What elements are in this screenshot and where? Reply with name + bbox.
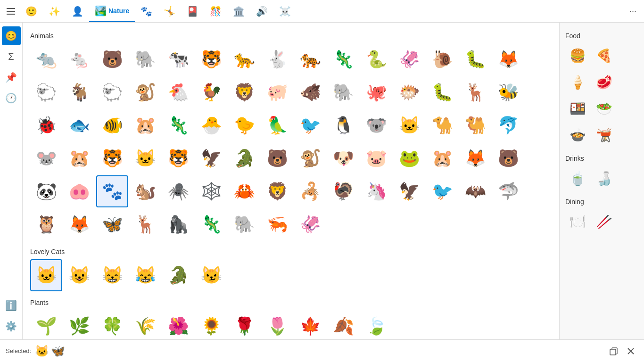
emoji-cell-animal-6[interactable]: 🐆 xyxy=(228,43,260,75)
emoji-cell-animal-36[interactable]: 🐤 xyxy=(228,109,260,141)
emoji-cell-animal-78[interactable]: 🦌 xyxy=(129,208,161,240)
emoji-cell-animal-77[interactable]: 🦋 xyxy=(96,208,128,240)
emoji-cell-plant-7[interactable]: 🌷 xyxy=(261,310,293,339)
emoji-cell-animal-1[interactable]: 🐁 xyxy=(63,43,95,75)
emoji-cell-animal-32[interactable]: 🐠 xyxy=(96,109,128,141)
emoji-cell-animal-63[interactable]: 🐿️ xyxy=(129,175,161,207)
right-emoji-cell-drinks-1[interactable]: 🍶 xyxy=(592,166,616,190)
emoji-cell-animal-50[interactable]: 🦅 xyxy=(195,142,227,174)
right-emoji-cell-food-6[interactable]: 🍲 xyxy=(565,123,590,147)
emoji-cell-animal-22[interactable]: 🐖 xyxy=(261,76,293,108)
tab-magic[interactable]: ✨ xyxy=(43,0,66,22)
emoji-cell-animal-18[interactable]: 🐒 xyxy=(129,76,161,108)
emoji-cell-animal-13[interactable]: 🐛 xyxy=(459,43,491,75)
emoji-cell-animal-11[interactable]: 🦑 xyxy=(393,43,425,75)
emoji-cell-plant-2[interactable]: 🍀 xyxy=(96,310,128,339)
emoji-cell-animal-9[interactable]: 🦎 xyxy=(327,43,359,75)
emoji-cell-plant-8[interactable]: 🍁 xyxy=(294,310,326,339)
emoji-cell-animal-0[interactable]: 🐀 xyxy=(30,43,62,75)
tab-objects[interactable]: 🎴 xyxy=(181,0,204,22)
emoji-cell-cat-4[interactable]: 🐊 xyxy=(162,259,194,291)
emoji-cell-animal-82[interactable]: 🦐 xyxy=(261,208,293,240)
emoji-cell-animal-3[interactable]: 🐘 xyxy=(129,43,161,75)
emoji-cell-plant-6[interactable]: 🌹 xyxy=(228,310,260,339)
emoji-cell-animal-43[interactable]: 🐫 xyxy=(459,109,491,141)
emoji-cell-animal-28[interactable]: 🦌 xyxy=(459,76,491,108)
emoji-cell-animal-71[interactable]: 🦅 xyxy=(393,175,425,207)
emoji-cell-animal-38[interactable]: 🐦 xyxy=(294,109,326,141)
emoji-cell-cat-2[interactable]: 😸 xyxy=(96,259,128,291)
emoji-cell-animal-79[interactable]: 🦍 xyxy=(162,208,194,240)
emoji-cell-plant-4[interactable]: 🌺 xyxy=(162,310,194,339)
tab-paw[interactable]: 🐾 xyxy=(135,0,158,22)
more-button[interactable]: ··· xyxy=(626,6,640,16)
emoji-cell-animal-29[interactable]: 🐝 xyxy=(492,76,524,108)
close-button[interactable] xyxy=(623,344,638,359)
emoji-cell-animal-42[interactable]: 🐪 xyxy=(426,109,458,141)
right-emoji-cell-food-0[interactable]: 🍔 xyxy=(565,43,590,68)
right-emoji-cell-food-5[interactable]: 🥗 xyxy=(592,96,616,121)
emoji-cell-animal-4[interactable]: 🐄 xyxy=(162,43,194,75)
right-emoji-cell-food-3[interactable]: 🥩 xyxy=(592,70,616,94)
emoji-cell-animal-58[interactable]: 🦊 xyxy=(459,142,491,174)
emoji-cell-animal-44[interactable]: 🐬 xyxy=(492,109,524,141)
emoji-cell-plant-1[interactable]: 🌿 xyxy=(63,310,95,339)
tab-smileys[interactable]: 🙂 xyxy=(20,0,43,22)
emoji-cell-animal-17[interactable]: 🐑 xyxy=(96,76,128,108)
emoji-cell-animal-55[interactable]: 🐷 xyxy=(360,142,392,174)
tab-sound[interactable]: 🔊 xyxy=(250,0,273,22)
emoji-cell-animal-53[interactable]: 🐒 xyxy=(294,142,326,174)
emoji-cell-animal-54[interactable]: 🐶 xyxy=(327,142,359,174)
emoji-cell-animal-67[interactable]: 🦁 xyxy=(261,175,293,207)
sidebar-item-settings[interactable]: ⚙️ xyxy=(2,317,21,336)
tab-travel[interactable]: 🏛️ xyxy=(227,0,250,22)
emoji-cell-animal-40[interactable]: 🐨 xyxy=(360,109,392,141)
emoji-cell-animal-51[interactable]: 🐊 xyxy=(228,142,260,174)
emoji-cell-animal-2[interactable]: 🐻 xyxy=(96,43,128,75)
emoji-cell-animal-65[interactable]: 🕸️ xyxy=(195,175,227,207)
emoji-cell-animal-24[interactable]: 🐘 xyxy=(327,76,359,108)
emoji-cell-animal-7[interactable]: 🐇 xyxy=(261,43,293,75)
sidebar-item-emoji[interactable]: 😊 xyxy=(2,26,21,45)
emoji-cell-animal-74[interactable]: 🦈 xyxy=(492,175,524,207)
emoji-cell-animal-70[interactable]: 🦄 xyxy=(360,175,392,207)
emoji-cell-animal-26[interactable]: 🐡 xyxy=(393,76,425,108)
tab-nature[interactable]: 🏞️Nature xyxy=(89,0,135,22)
right-emoji-cell-food-4[interactable]: 🍱 xyxy=(565,96,590,121)
emoji-cell-animal-19[interactable]: 🐔 xyxy=(162,76,194,108)
emoji-cell-animal-47[interactable]: 🐯 xyxy=(96,142,128,174)
tab-celebration[interactable]: 🎊 xyxy=(204,0,227,22)
emoji-cell-plant-9[interactable]: 🍂 xyxy=(327,310,359,339)
emoji-cell-plant-3[interactable]: 🌾 xyxy=(129,310,161,339)
emoji-cell-animal-25[interactable]: 🐙 xyxy=(360,76,392,108)
emoji-cell-animal-41[interactable]: 🐱 xyxy=(393,109,425,141)
sidebar-item-sigma[interactable]: Σ xyxy=(2,47,21,66)
emoji-cell-animal-12[interactable]: 🐌 xyxy=(426,43,458,75)
emoji-cell-animal-34[interactable]: 🦎 xyxy=(162,109,194,141)
emoji-cell-animal-69[interactable]: 🦃 xyxy=(327,175,359,207)
sidebar-item-clock[interactable]: 🕐 xyxy=(2,89,21,107)
tab-sports[interactable]: 🤸 xyxy=(158,0,181,22)
emoji-cell-animal-83[interactable]: 🦑 xyxy=(294,208,326,240)
tab-person[interactable]: 👤 xyxy=(66,0,89,22)
selected-emoji-1[interactable]: 🐱 xyxy=(35,345,49,358)
emoji-cell-animal-14[interactable]: 🦊 xyxy=(492,43,524,75)
emoji-cell-animal-30[interactable]: 🐞 xyxy=(30,109,62,141)
emoji-cell-animal-37[interactable]: 🦜 xyxy=(261,109,293,141)
right-emoji-cell-food-7[interactable]: 🫕 xyxy=(592,123,616,147)
emoji-cell-animal-48[interactable]: 🐱 xyxy=(129,142,161,174)
menu-icon[interactable] xyxy=(4,4,18,18)
emoji-cell-animal-46[interactable]: 🐹 xyxy=(63,142,95,174)
emoji-cell-cat-5[interactable]: 😼 xyxy=(195,259,227,291)
tab-symbols[interactable]: ☠️ xyxy=(273,0,297,22)
right-emoji-cell-drinks-0[interactable]: 🍵 xyxy=(565,166,590,190)
emoji-cell-animal-21[interactable]: 🦁 xyxy=(228,76,260,108)
emoji-cell-animal-31[interactable]: 🐟 xyxy=(63,109,95,141)
emoji-cell-animal-56[interactable]: 🐸 xyxy=(393,142,425,174)
emoji-cell-animal-15[interactable]: 🐑 xyxy=(30,76,62,108)
emoji-cell-animal-61[interactable]: 🐽 xyxy=(63,175,95,207)
emoji-cell-animal-66[interactable]: 🦀 xyxy=(228,175,260,207)
emoji-cell-animal-64[interactable]: 🕷️ xyxy=(162,175,194,207)
sidebar-item-info[interactable]: ℹ️ xyxy=(2,296,21,315)
emoji-cell-animal-60[interactable]: 🐼 xyxy=(30,175,62,207)
